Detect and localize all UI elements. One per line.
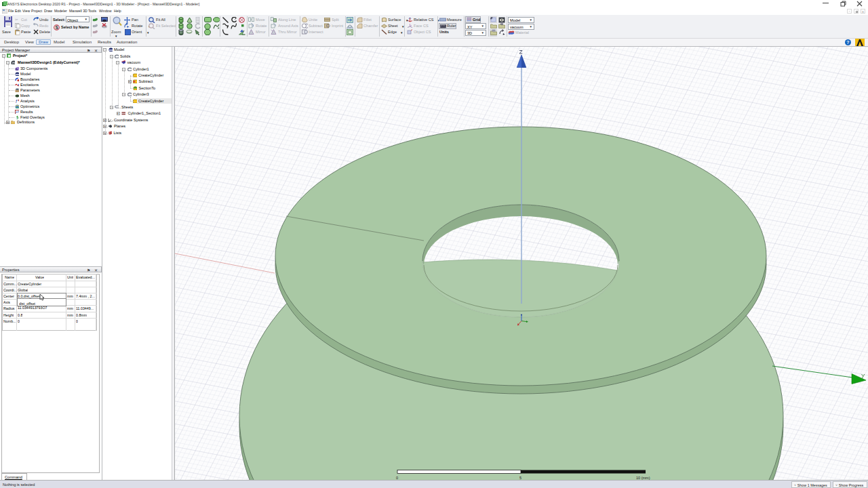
svg-text:S: S [56, 25, 59, 30]
svg-text:f: f [16, 99, 18, 103]
